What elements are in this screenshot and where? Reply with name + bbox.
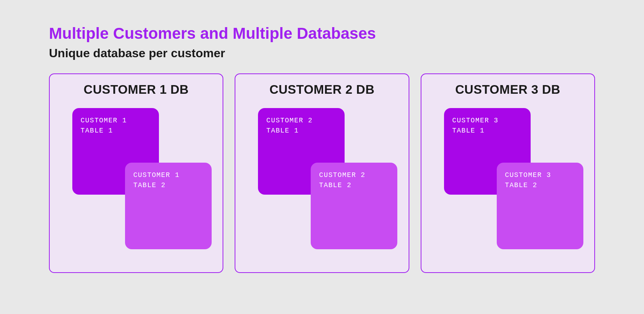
- table-label-line: CUSTOMER 2: [319, 170, 389, 180]
- table-card-2: CUSTOMER 2 TABLE 2: [311, 163, 397, 249]
- table-label-line: CUSTOMER 2: [266, 116, 336, 126]
- table-label-line: TABLE 2: [133, 180, 203, 191]
- db-box-title: CUSTOMER 1 DB: [57, 82, 215, 97]
- table-label-line: TABLE 1: [266, 126, 336, 136]
- diagram-title: Multiple Customers and Multiple Database…: [49, 24, 595, 43]
- tables-wrap: CUSTOMER 1 TABLE 1 CUSTOMER 1 TABLE 2: [57, 108, 215, 251]
- table-card-2: CUSTOMER 3 TABLE 2: [497, 163, 583, 249]
- tables-wrap: CUSTOMER 2 TABLE 1 CUSTOMER 2 TABLE 2: [243, 108, 401, 251]
- db-box-title: CUSTOMER 2 DB: [243, 82, 401, 97]
- db-box-title: CUSTOMER 3 DB: [429, 82, 587, 97]
- table-label-line: CUSTOMER 1: [81, 116, 151, 126]
- table-card-2: CUSTOMER 1 TABLE 2: [125, 163, 212, 249]
- table-label-line: CUSTOMER 3: [505, 170, 575, 180]
- customer-db-box: CUSTOMER 2 DB CUSTOMER 2 TABLE 1 CUSTOME…: [235, 73, 409, 273]
- table-label-line: TABLE 1: [81, 126, 151, 136]
- table-label-line: TABLE 2: [505, 180, 575, 191]
- table-label-line: CUSTOMER 1: [133, 170, 203, 180]
- tables-wrap: CUSTOMER 3 TABLE 1 CUSTOMER 3 TABLE 2: [429, 108, 587, 251]
- diagram-subtitle: Unique database per customer: [49, 46, 595, 60]
- database-row: CUSTOMER 1 DB CUSTOMER 1 TABLE 1 CUSTOME…: [49, 73, 595, 273]
- customer-db-box: CUSTOMER 1 DB CUSTOMER 1 TABLE 1 CUSTOME…: [49, 73, 223, 273]
- customer-db-box: CUSTOMER 3 DB CUSTOMER 3 TABLE 1 CUSTOME…: [421, 73, 595, 273]
- table-label-line: TABLE 2: [319, 180, 389, 191]
- table-label-line: TABLE 1: [452, 126, 522, 136]
- table-label-line: CUSTOMER 3: [452, 116, 522, 126]
